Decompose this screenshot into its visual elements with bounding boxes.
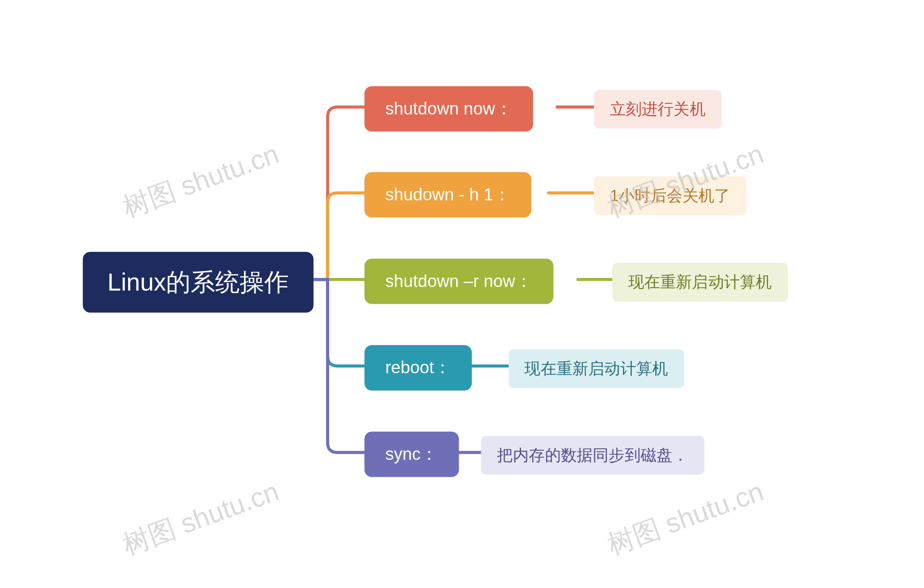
leaf-reboot[interactable]: 现在重新启动计算机 xyxy=(508,349,684,388)
branch-shutdown-r-now[interactable]: shutdown –r now： xyxy=(365,258,553,304)
leaf-shutdown-now[interactable]: 立刻进行关机 xyxy=(594,89,722,128)
branch-sync[interactable]: sync： xyxy=(365,431,459,477)
watermark: 树图 shutu.cn xyxy=(602,473,769,563)
leaf-shutdown-h1[interactable]: 1小时后会关机了 xyxy=(594,176,746,215)
leaf-shutdown-r-now[interactable]: 现在重新启动计算机 xyxy=(612,263,788,301)
branch-reboot[interactable]: reboot： xyxy=(365,345,472,391)
root-node[interactable]: Linux的系统操作 xyxy=(82,251,313,312)
leaf-sync[interactable]: 把内存的数据同步到磁盘． xyxy=(481,436,705,474)
watermark: 树图 shutu.cn xyxy=(118,473,284,563)
branch-shutdown-h1[interactable]: shudown - h 1： xyxy=(365,172,531,217)
mindmap-canvas: Linux的系统操作 shutdown now： 立刻进行关机 shudown … xyxy=(15,9,909,579)
watermark: 树图 shutu.cn xyxy=(118,136,284,226)
branch-shutdown-now[interactable]: shutdown now： xyxy=(365,86,533,131)
